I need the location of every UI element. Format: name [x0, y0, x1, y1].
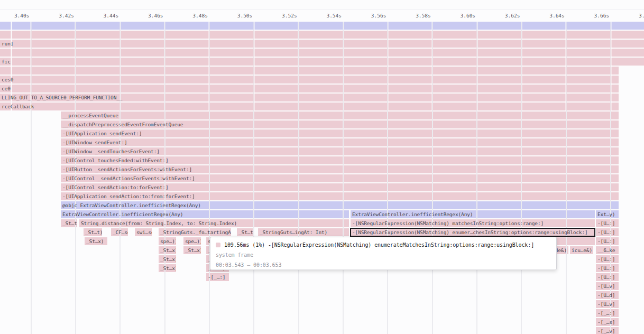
flame-bar[interactable]: -[UIWindow _sendTouchesForEvent:] [61, 147, 619, 155]
flame-bar[interactable]: -[U…v] [596, 300, 619, 308]
flame-bar[interactable]: String.distance(from: String.Index, to: … [79, 219, 349, 227]
flame-bar[interactable]: icu…e&) [570, 246, 593, 254]
flame-bar[interactable]: -[_…v] [596, 327, 619, 334]
flame-bar[interactable]: _St…x) [85, 237, 107, 245]
flame-bar[interactable]: ExtraViewController.inefficientRegex(Any… [351, 210, 595, 218]
flame-bar[interactable]: -[UIControl touchesEnded:withEvent:] [61, 156, 619, 164]
flame-bar[interactable]: -[U…v] [596, 282, 619, 290]
flame-bar[interactable]: -[U…:] [596, 228, 619, 236]
flame-bar[interactable]: _St…x) [183, 246, 201, 254]
flame-bar[interactable]: -[U…:] [596, 219, 619, 227]
flame-bar[interactable]: rceCallback [0, 103, 619, 110]
hover-tooltip: 109.56ms (1%) -[NSRegularExpression(NSMa… [210, 237, 557, 270]
flame-bar[interactable]: -[NSRegularExpression(NSMatching) matche… [351, 219, 595, 227]
flame-bar[interactable]: _St…x) [159, 255, 176, 263]
flame-bar[interactable]: _CF…se [111, 228, 128, 236]
flame-bar[interactable]: -[UIApplication sendAction:to:from:forEv… [61, 192, 619, 200]
flame-bar[interactable]: _St…x) [159, 246, 176, 254]
flame-bar[interactable] [0, 31, 644, 39]
flame-bar[interactable]: _St…t) [84, 228, 102, 236]
flame-bar[interactable]: __processEventQueue [61, 112, 619, 119]
flame-bar[interactable]: _St…t) [237, 228, 253, 236]
flame-bar[interactable]: -[UIButton _sendActionsForEvents:withEve… [61, 165, 619, 173]
flame-bar[interactable]: swi…se [135, 228, 152, 236]
flame-bar[interactable]: __6…ke [596, 246, 619, 254]
flame-bar[interactable] [0, 49, 644, 57]
tooltip-title-line: 109.56ms (1%) -[NSRegularExpression(NSMa… [216, 240, 551, 250]
flame-bar[interactable]: _St…t) [61, 219, 77, 227]
frame-color-swatch-icon [216, 243, 220, 247]
flame-bar[interactable]: -[_…:] [206, 273, 229, 281]
flame-bar[interactable]: ce0 [0, 85, 619, 92]
flame-bar[interactable]: spe…)) [159, 237, 176, 245]
flame-bar[interactable]: -[UIApplication sendEvent:] [61, 129, 619, 137]
flame-bar-selected[interactable]: -[NSRegularExpression(NSMatching) enumer… [351, 228, 595, 236]
flame-bar[interactable]: -[UIControl _sendActionsForEvents:withEv… [61, 174, 619, 182]
tooltip-title: 109.56ms (1%) -[NSRegularExpression(NSMa… [224, 242, 534, 248]
flame-bar[interactable] [0, 22, 644, 30]
flame-bar[interactable]: _StringGuts._fo…tartingAt: Int) [159, 228, 231, 236]
flame-bar[interactable]: Ext…y) [596, 210, 619, 218]
flame-bar[interactable]: -[_…:] [596, 309, 619, 317]
flame-graph-view: 3.40s3.42s3.44s3.46s3.48s3.50s3.52s3.54s… [0, 0, 644, 334]
flame-bar[interactable]: _StringGuts…ingAt: Int) [258, 228, 349, 236]
flame-bar[interactable]: @objc ExtraViewController.inefficientReg… [61, 201, 619, 209]
flame-bar[interactable]: spe…)) [183, 237, 201, 245]
flame-bar[interactable]: ces0 [0, 76, 619, 84]
flame-bar[interactable]: ExtraViewController.inefficientRegex(Any… [61, 210, 349, 218]
flame-bar[interactable]: fic [0, 58, 644, 66]
flame-bar[interactable]: -[U…:] [596, 255, 619, 263]
flame-bar[interactable]: run] [0, 40, 644, 48]
flame-chart: run]ficces0ce0LLING_OUT_TO_A_SOURCE0_PER… [0, 0, 644, 334]
tooltip-time-range: 00:03.543 — 00:03.653 [216, 260, 551, 270]
flame-bar[interactable]: _St…x) [159, 264, 176, 272]
flame-bar[interactable]: -[_…s] [596, 318, 619, 326]
flame-bar[interactable] [0, 67, 619, 75]
flame-bar[interactable]: -[U…:] [596, 264, 619, 272]
flame-bar[interactable]: LLING_OUT_TO_A_SOURCE0_PERFORM_FUNCTION_… [0, 94, 619, 101]
flame-bar[interactable]: __dispatchPreprocessedEventFromEventQueu… [61, 120, 619, 128]
flame-bar[interactable]: -[UIControl sendAction:to:forEvent:] [61, 183, 619, 191]
flame-bar[interactable]: -[U…d] [596, 291, 619, 299]
flame-bar[interactable]: -[U…:] [596, 237, 619, 245]
flame-bar[interactable]: -[U…:] [596, 273, 619, 281]
tooltip-subtitle: system frame [216, 250, 551, 260]
flame-bar[interactable]: -[UIWindow sendEvent:] [61, 138, 619, 146]
